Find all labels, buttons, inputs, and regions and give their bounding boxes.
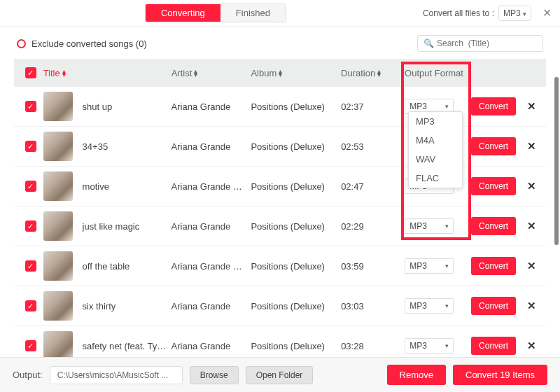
convert-all-format-value: MP3 <box>503 8 521 18</box>
track-duration: 02:37 <box>341 102 405 112</box>
remove-button[interactable]: Remove <box>387 365 446 385</box>
track-title: six thirty <box>83 301 167 312</box>
track-title: just like magic <box>83 221 167 232</box>
album-art <box>43 92 73 121</box>
row-format-select[interactable]: MP3▾ <box>405 218 454 234</box>
remove-row-icon[interactable]: ✕ <box>527 300 536 312</box>
close-icon[interactable]: ✕ <box>542 6 552 20</box>
row-checkbox[interactable]: ✓ <box>25 340 36 351</box>
album-art <box>43 172 73 201</box>
track-title: motive <box>83 181 167 192</box>
tab-converting[interactable]: Converting <box>146 4 220 22</box>
row-checkbox[interactable]: ✓ <box>25 101 36 112</box>
row-format-select[interactable]: MP3▾ <box>405 258 454 274</box>
row-checkbox[interactable]: ✓ <box>25 141 36 152</box>
caret-down-icon: ▾ <box>523 10 526 18</box>
row-format-value: MP3 <box>410 102 427 111</box>
track-album: Positions (Deluxe) <box>251 141 341 152</box>
caret-down-icon: ▾ <box>445 223 449 230</box>
track-title: off the table <box>83 261 167 272</box>
header-album[interactable]: Album▴▾ <box>251 68 341 78</box>
sort-icon: ▴▾ <box>194 69 197 76</box>
album-art <box>43 251 73 281</box>
convert-all-button[interactable]: Convert 19 Items <box>453 365 547 385</box>
table-row: ✓motiveAriana Grande & ...Positions (Del… <box>14 167 546 206</box>
convert-button[interactable]: Convert <box>471 297 516 315</box>
scrollbar[interactable] <box>554 77 559 245</box>
caret-down-icon: ▾ <box>445 342 449 349</box>
header-title[interactable]: Title▴▾ <box>43 68 172 78</box>
header-duration[interactable]: Duration▴▾ <box>341 68 405 78</box>
convert-all-format-select[interactable]: MP3 ▾ <box>498 6 531 21</box>
output-path-field[interactable]: C:\Users\micso\AMusicSoft ... <box>50 366 183 384</box>
row-format-value: MP3 <box>410 341 427 351</box>
remove-row-icon[interactable]: ✕ <box>527 220 536 232</box>
tab-group: Converting Finished <box>145 4 286 22</box>
format-dropdown[interactable]: MP3M4AWAVFLAC <box>408 111 463 188</box>
convert-button[interactable]: Convert <box>471 137 516 155</box>
format-option[interactable]: WAV <box>409 150 462 169</box>
remove-row-icon[interactable]: ✕ <box>527 340 536 351</box>
row-format-select[interactable]: MP3▾ <box>405 298 454 314</box>
header-output-format[interactable]: Output Format <box>405 68 471 78</box>
table-row: ✓just like magicAriana GrandePositions (… <box>14 206 546 246</box>
track-title: 34+35 <box>83 141 167 152</box>
filter-bar: Exclude converted songs (0) 🔍 <box>0 27 560 59</box>
track-artist: Ariana Grande <box>172 301 251 312</box>
remove-row-icon[interactable]: ✕ <box>527 140 536 152</box>
exclude-radio[interactable] <box>17 39 26 48</box>
row-format-value: MP3 <box>410 221 427 231</box>
open-folder-button[interactable]: Open Folder <box>246 366 314 384</box>
track-duration: 03:59 <box>341 261 405 272</box>
row-checkbox[interactable]: ✓ <box>25 300 36 312</box>
album-art <box>43 331 73 360</box>
output-label: Output: <box>13 370 43 380</box>
album-art <box>43 211 73 241</box>
track-title: safety net (feat. Ty ... <box>83 341 167 351</box>
track-album: Positions (Deluxe) <box>251 341 341 351</box>
table-header: ✓ Title▴▾ Artist▴▾ Album▴▾ Duration▴▾ Ou… <box>14 59 546 87</box>
row-format-value: MP3 <box>410 261 427 271</box>
track-album: Positions (Deluxe) <box>251 301 341 312</box>
track-artist: Ariana Grande <box>172 102 251 112</box>
sort-icon: ▴▾ <box>62 69 66 76</box>
remove-row-icon[interactable]: ✕ <box>527 260 536 272</box>
row-checkbox[interactable]: ✓ <box>25 260 36 272</box>
track-duration: 03:03 <box>341 301 405 312</box>
topbar: Converting Finished Convert all files to… <box>0 0 560 27</box>
row-checkbox[interactable]: ✓ <box>25 220 36 232</box>
search-input[interactable] <box>437 38 537 48</box>
convert-button[interactable]: Convert <box>471 177 516 195</box>
browse-button[interactable]: Browse <box>190 366 239 384</box>
remove-row-icon[interactable]: ✕ <box>527 100 536 112</box>
bottom-bar: Output: C:\Users\micso\AMusicSoft ... Br… <box>0 357 560 392</box>
table-body: ✓shut upAriana GrandePositions (Deluxe)0… <box>14 87 546 366</box>
row-format-value: MP3 <box>410 301 427 311</box>
track-album: Positions (Deluxe) <box>251 181 341 192</box>
track-table: ✓ Title▴▾ Artist▴▾ Album▴▾ Duration▴▾ Ou… <box>0 59 560 367</box>
format-option[interactable]: M4A <box>409 131 462 150</box>
format-option[interactable]: MP3 <box>409 112 462 131</box>
row-format-select[interactable]: MP3▾ <box>405 338 454 354</box>
remove-row-icon[interactable]: ✕ <box>527 180 536 192</box>
header-artist[interactable]: Artist▴▾ <box>172 68 251 78</box>
convert-button[interactable]: Convert <box>471 217 516 235</box>
format-option[interactable]: FLAC <box>409 169 462 188</box>
convert-button[interactable]: Convert <box>471 337 516 355</box>
search-box[interactable]: 🔍 <box>417 35 543 52</box>
track-album: Positions (Deluxe) <box>251 102 341 112</box>
row-checkbox[interactable]: ✓ <box>25 181 36 192</box>
caret-down-icon: ▾ <box>445 262 449 270</box>
track-album: Positions (Deluxe) <box>251 261 341 272</box>
table-row: ✓shut upAriana GrandePositions (Deluxe)0… <box>14 87 546 127</box>
sort-icon: ▴▾ <box>377 69 381 76</box>
tab-finished[interactable]: Finished <box>220 4 286 22</box>
album-art <box>43 291 73 321</box>
sort-icon: ▴▾ <box>279 69 282 76</box>
convert-button[interactable]: Convert <box>471 257 516 275</box>
track-title: shut up <box>83 102 167 112</box>
select-all-checkbox[interactable]: ✓ <box>25 67 36 78</box>
convert-button[interactable]: Convert <box>471 97 516 115</box>
album-art <box>43 132 73 161</box>
track-artist: Ariana Grande <box>172 221 251 232</box>
